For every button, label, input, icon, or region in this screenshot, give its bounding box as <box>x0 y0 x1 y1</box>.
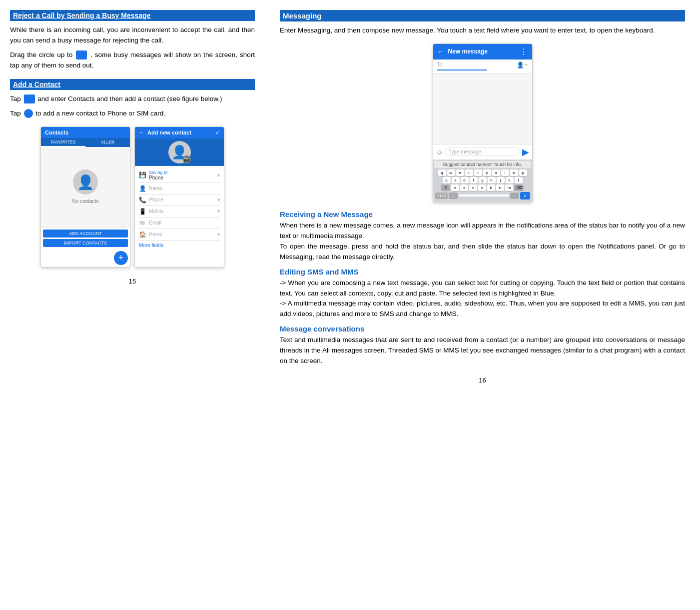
contacts-topbar: Contacts <box>41 127 130 138</box>
key-s[interactable]: s <box>452 177 460 184</box>
key-k[interactable]: k <box>506 177 514 184</box>
add-contact-para1: Tap and enter Contacts and then add a co… <box>10 94 255 104</box>
conversations-section: Message conversations Text and multimedi… <box>280 324 685 366</box>
key-f[interactable]: f <box>470 177 478 184</box>
email-field[interactable]: Email <box>149 220 220 226</box>
phone-menu-icon[interactable]: ⋮ <box>520 47 528 56</box>
back-arrow-icon[interactable]: ← <box>139 130 144 136</box>
left-column: Reject a Call by Sending a Busy Message … <box>0 5 265 605</box>
mobile-field-icon: 📱 <box>139 208 146 215</box>
key-period[interactable]: . <box>510 192 519 199</box>
key-comma[interactable]: , <box>449 192 458 199</box>
conversations-para: Text and multimedia messages that are se… <box>280 335 685 366</box>
saving-to-row: 💾 Saving to Phone ▾ <box>139 168 220 183</box>
keyboard-bottom-row: ?123 , . ✓ <box>435 192 530 200</box>
phone-row[interactable]: 📞 Phone ▾ <box>139 194 220 206</box>
home-expand-icon[interactable]: ▾ <box>217 232 220 237</box>
key-c[interactable]: c <box>469 184 477 191</box>
add-account-button[interactable]: ADD ACCOUNT <box>43 230 128 238</box>
key-numbers[interactable]: ?123 <box>435 192 448 199</box>
contacts-tabs: FAVORITES ALL(0) <box>41 138 130 147</box>
key-w[interactable]: w <box>447 170 455 176</box>
tab-favorites[interactable]: FAVORITES <box>41 138 85 147</box>
camera-icon[interactable]: 📷 <box>183 156 191 164</box>
key-i[interactable]: i <box>501 170 509 176</box>
add-contact-section: Add a Contact Tap and enter Contacts and… <box>10 79 255 119</box>
messaging-section: Messaging Enter Messaging, and then comp… <box>280 10 685 36</box>
email-field-icon: ✉ <box>139 220 146 226</box>
contact-avatar-placeholder: 👤 <box>73 170 98 194</box>
key-j[interactable]: j <box>497 177 505 184</box>
phone-back-icon[interactable]: ← <box>437 48 444 56</box>
contacts-body: 👤 No contacts <box>41 147 130 227</box>
save-icon: 💾 <box>139 172 146 178</box>
emoji-icon[interactable]: ☺ <box>436 148 443 156</box>
messaging-phone-mockup: ← New message ⋮ To 👤+ ☺ Type m <box>280 44 685 202</box>
reject-call-header: Reject a Call by Sending a Busy Message <box>10 10 255 21</box>
person-field-icon: 👤 <box>139 185 146 192</box>
tab-all[interactable]: ALL(0) <box>85 138 130 147</box>
key-h[interactable]: h <box>488 177 496 184</box>
key-g[interactable]: g <box>479 177 487 184</box>
key-z[interactable]: z <box>451 184 459 191</box>
receiving-section: Receiving a New Message When there is a … <box>280 210 685 262</box>
key-q[interactable]: q <box>438 170 446 176</box>
add-contact-header: Add a Contact <box>10 79 255 90</box>
add-contact-screen: ← Add new contact ✓ 👤 📷 💾 Saving to <box>134 126 224 268</box>
contacts-screenshots: Contacts FAVORITES ALL(0) 👤 No contacts <box>10 126 255 268</box>
key-y[interactable]: y <box>483 170 491 176</box>
key-space[interactable] <box>459 194 509 196</box>
home-field[interactable]: Home <box>149 232 214 237</box>
to-underline <box>437 70 487 70</box>
key-u[interactable]: u <box>492 170 500 176</box>
reject-call-para2: Drag the circle up to , some busy messag… <box>10 50 255 71</box>
email-row[interactable]: ✉ Email <box>139 218 220 229</box>
key-t[interactable]: t <box>474 170 482 176</box>
name-field[interactable]: Name <box>149 186 220 191</box>
conversations-title: Message conversations <box>280 324 685 333</box>
addcontact-topbar: ← Add new contact ✓ <box>135 127 224 138</box>
to-field-area: To 👤+ <box>433 60 532 74</box>
key-enter[interactable]: ✓ <box>520 192 530 200</box>
phone-expand-icon[interactable]: ▾ <box>217 197 220 202</box>
key-d[interactable]: d <box>461 177 469 184</box>
contacts-list-screen: Contacts FAVORITES ALL(0) 👤 No contacts <box>40 126 130 268</box>
add-contact-icon <box>24 109 33 118</box>
name-row[interactable]: 👤 Name <box>139 183 220 194</box>
fab-add-contact[interactable]: + <box>114 251 128 265</box>
phone-field[interactable]: Phone <box>149 197 214 202</box>
key-backspace[interactable]: ⌫ <box>514 184 524 191</box>
key-r[interactable]: r <box>465 170 473 176</box>
no-contacts-label: No contacts <box>72 198 99 204</box>
send-button[interactable]: ▶ <box>522 146 529 158</box>
home-row[interactable]: 🏠 Home ▾ <box>139 229 220 240</box>
key-e[interactable]: e <box>456 170 464 176</box>
type-message-field[interactable]: Type message <box>445 148 520 156</box>
phone-topbar: ← New message ⋮ <box>433 44 532 60</box>
editing-para: -> When you are composing a new text mes… <box>280 278 685 320</box>
addcontact-avatar: 👤 📷 <box>168 141 191 164</box>
keyboard-suggest: Suggest contact names? Touch for info. <box>434 161 531 168</box>
editing-title: Editing SMS and MMS <box>280 268 685 276</box>
saving-to-value: Phone <box>149 175 214 180</box>
key-shift[interactable]: ⇧ <box>441 184 450 191</box>
key-p[interactable]: p <box>519 170 527 176</box>
key-x[interactable]: x <box>460 184 468 191</box>
key-b[interactable]: b <box>487 184 495 191</box>
import-contacts-button[interactable]: IMPORT CONTACTS <box>43 239 128 247</box>
add-recipient-icon[interactable]: 👤+ <box>517 62 528 68</box>
more-fields-link[interactable]: More fields <box>139 240 220 250</box>
mobile-expand-icon[interactable]: ▾ <box>217 208 220 214</box>
key-m[interactable]: m <box>505 184 513 191</box>
messaging-header: Messaging <box>280 10 685 22</box>
phone-type-area: ☺ Type message ▶ <box>433 144 532 160</box>
expand-arrow-icon[interactable]: ▾ <box>217 172 220 178</box>
key-l[interactable]: l <box>515 177 523 184</box>
key-o[interactable]: o <box>510 170 518 176</box>
mobile-row[interactable]: 📱 Mobile ▾ <box>139 206 220 218</box>
mobile-field[interactable]: Mobile <box>149 208 214 214</box>
key-v[interactable]: v <box>478 184 486 191</box>
key-a[interactable]: a <box>443 177 451 184</box>
key-n[interactable]: n <box>496 184 504 191</box>
confirm-icon[interactable]: ✓ <box>215 130 220 136</box>
